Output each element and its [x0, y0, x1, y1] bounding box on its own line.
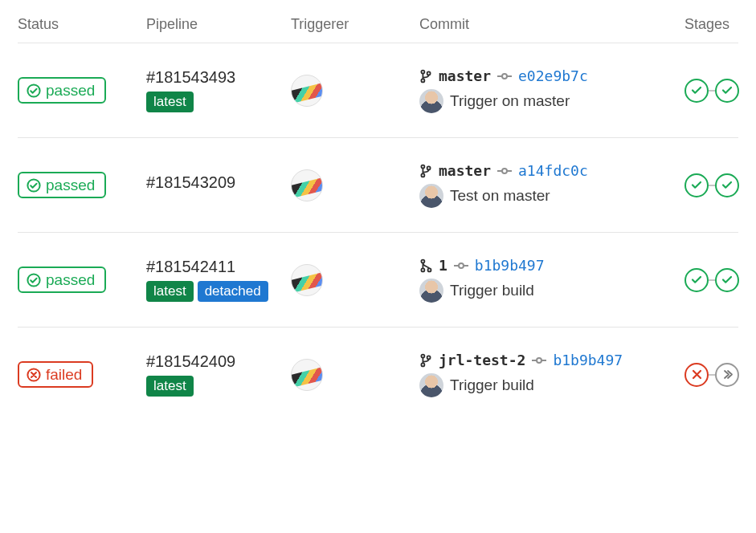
commit-icon	[454, 261, 468, 271]
commit-message: Trigger build	[450, 282, 534, 299]
stages-graph	[684, 79, 756, 103]
branch-icon	[419, 164, 432, 178]
author-avatar[interactable]	[419, 184, 443, 208]
check-circle-icon	[27, 178, 41, 193]
pipeline-id-link[interactable]: #181543209	[146, 173, 291, 192]
stage-status-passed[interactable]	[684, 173, 709, 197]
check-circle-icon	[27, 273, 41, 287]
stage-status-passed[interactable]	[684, 79, 709, 103]
stage-status-passed[interactable]	[715, 79, 739, 103]
check-icon	[721, 84, 734, 96]
tag-latest: latest	[146, 376, 194, 397]
triggerer-avatar[interactable]	[291, 169, 323, 201]
x-icon	[691, 368, 703, 380]
stage-status-passed[interactable]	[715, 173, 739, 197]
merge-request-link[interactable]: 1	[439, 257, 447, 274]
table-row: passed #181542411 latest detached 1 b1b9…	[18, 233, 738, 328]
status-badge-passed[interactable]: passed	[18, 172, 106, 198]
commit-sha-link[interactable]: a14fdc0c	[518, 162, 588, 179]
merge-request-icon	[419, 258, 432, 273]
stages-graph	[684, 268, 756, 292]
branch-icon	[419, 353, 432, 368]
author-avatar[interactable]	[419, 279, 443, 303]
table-row: failed #181542409 latest jrl-test-2 b1b9…	[18, 328, 738, 421]
stage-connector	[709, 185, 715, 186]
tag-detached: detached	[198, 281, 268, 302]
col-header-triggerer: Triggerer	[291, 16, 419, 33]
check-icon	[721, 274, 734, 286]
commit-message: Trigger build	[450, 376, 534, 394]
triggerer-avatar[interactable]	[291, 359, 323, 391]
pipeline-id-link[interactable]: #181543493	[146, 68, 291, 87]
stage-status-skipped[interactable]	[715, 363, 739, 387]
stage-status-failed[interactable]	[684, 363, 709, 387]
status-label: passed	[46, 272, 95, 287]
stage-connector	[709, 374, 715, 376]
col-header-pipeline: Pipeline	[146, 16, 291, 33]
commit-icon	[532, 356, 546, 365]
commit-message: Test on master	[450, 187, 550, 205]
check-icon	[691, 179, 703, 191]
tag-latest: latest	[146, 281, 194, 302]
stage-status-passed[interactable]	[684, 268, 709, 292]
status-badge-passed[interactable]: passed	[18, 77, 106, 104]
commit-icon	[497, 71, 512, 81]
triggerer-avatar[interactable]	[291, 264, 323, 296]
branch-icon	[419, 69, 432, 83]
branch-link[interactable]: jrl-test-2	[439, 352, 525, 368]
stage-connector	[709, 279, 715, 281]
author-avatar[interactable]	[419, 373, 443, 397]
col-header-status: Status	[18, 16, 146, 33]
col-header-stages: Stages	[684, 16, 756, 33]
status-label: passed	[46, 83, 95, 98]
status-badge-passed[interactable]: passed	[18, 266, 106, 293]
status-label: failed	[46, 367, 82, 382]
stages-graph	[684, 363, 756, 387]
commit-sha-link[interactable]: e02e9b7c	[518, 67, 588, 84]
check-icon	[691, 274, 703, 286]
pipeline-id-link[interactable]: #181542409	[146, 352, 291, 371]
table-row: passed #181543209 master a14fdc0c Test o…	[18, 138, 738, 233]
commit-sha-link[interactable]: b1b9b497	[553, 352, 623, 368]
col-header-commit: Commit	[419, 16, 684, 33]
status-badge-failed[interactable]: failed	[18, 361, 93, 388]
stage-status-passed[interactable]	[715, 268, 739, 292]
tag-latest: latest	[146, 92, 194, 112]
table-row: passed #181543493 latest master e02e9b7c…	[18, 43, 738, 138]
commit-icon	[497, 166, 512, 176]
branch-link[interactable]: master	[439, 162, 491, 179]
status-label: passed	[46, 177, 95, 193]
check-circle-icon	[27, 83, 41, 98]
x-circle-icon	[27, 368, 41, 382]
stages-graph	[684, 173, 756, 197]
commit-sha-link[interactable]: b1b9b497	[475, 257, 545, 274]
author-avatar[interactable]	[419, 89, 443, 113]
branch-link[interactable]: master	[439, 67, 491, 84]
commit-message: Trigger on master	[450, 92, 570, 110]
stage-connector	[709, 90, 715, 92]
pipeline-id-link[interactable]: #181542411	[146, 258, 291, 276]
table-header: Status Pipeline Triggerer Commit Stages	[18, 16, 738, 43]
check-icon	[691, 84, 703, 96]
check-icon	[721, 179, 734, 191]
skip-icon	[721, 368, 734, 380]
pipelines-table: Status Pipeline Triggerer Commit Stages …	[18, 16, 738, 421]
triggerer-avatar[interactable]	[291, 75, 323, 107]
